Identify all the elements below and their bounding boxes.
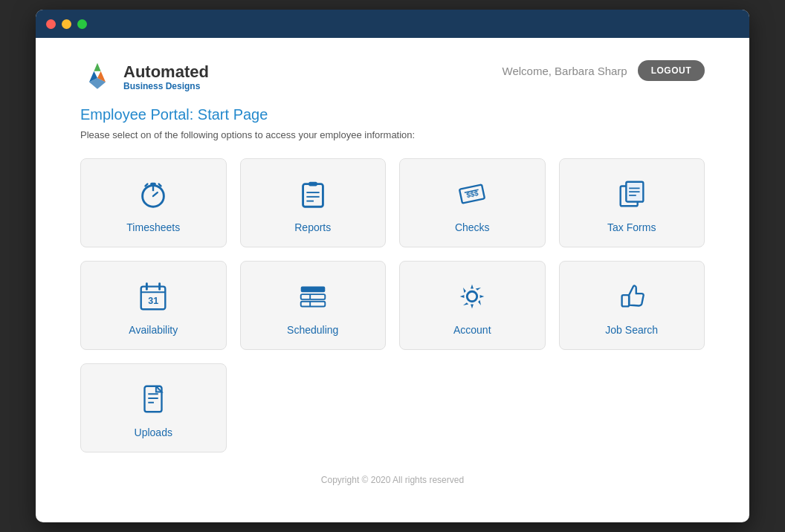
- account-icon: [455, 279, 489, 317]
- empty-cell-1: [240, 363, 387, 452]
- tile-tax-forms[interactable]: Tax Forms: [559, 158, 705, 247]
- app-window: Automated Business Designs Employee Port…: [36, 10, 749, 522]
- svg-marker-0: [94, 63, 100, 71]
- welcome-area: Welcome, Barbara Sharp LOGOUT: [503, 60, 705, 81]
- svg-text:31: 31: [149, 296, 159, 306]
- job-search-icon: [615, 279, 649, 317]
- svg-text:$$$: $$$: [466, 189, 480, 199]
- tile-uploads[interactable]: Uploads: [80, 363, 227, 452]
- titlebar: [36, 10, 749, 38]
- page-title-main: Start Page: [193, 106, 268, 123]
- tile-timesheets-label: Timesheets: [126, 221, 180, 233]
- svg-rect-34: [621, 295, 629, 306]
- minimize-dot[interactable]: [62, 19, 71, 29]
- svg-line-8: [146, 184, 148, 186]
- tile-scheduling[interactable]: Scheduling: [240, 261, 387, 350]
- logo-area: Automated Business Designs: [80, 60, 268, 94]
- availability-icon: 31: [136, 279, 170, 317]
- tiles-row-1: Timesheets Reports: [80, 158, 705, 247]
- main-content: Automated Business Designs Employee Port…: [36, 38, 749, 522]
- scheduling-icon: [296, 279, 330, 317]
- tax-forms-icon: [615, 177, 649, 214]
- subtitle-text: Please select on of the following option…: [80, 129, 705, 140]
- tile-checks[interactable]: $$$ Checks: [399, 158, 546, 247]
- tile-scheduling-label: Scheduling: [287, 324, 338, 336]
- maximize-dot[interactable]: [77, 19, 87, 29]
- svg-line-9: [159, 184, 161, 186]
- tile-availability-label: Availability: [129, 324, 178, 336]
- logo-sub: Business Designs: [123, 81, 209, 91]
- svg-line-6: [153, 192, 158, 196]
- tile-availability[interactable]: 31 Availability: [80, 261, 227, 350]
- header: Automated Business Designs Employee Port…: [80, 60, 705, 123]
- logo-name: Automated: [123, 63, 209, 81]
- tile-job-search-label: Job Search: [605, 324, 658, 336]
- tile-account[interactable]: Account: [399, 261, 546, 350]
- svg-rect-31: [300, 302, 325, 307]
- page-title: Employee Portal: Start Page: [80, 106, 268, 123]
- empty-cell-2: [399, 363, 546, 452]
- logout-button[interactable]: LOGOUT: [638, 60, 705, 81]
- timesheets-icon: [136, 177, 170, 214]
- page-title-prefix: Employee Portal:: [80, 106, 193, 123]
- logo-icon: [80, 60, 114, 94]
- welcome-text: Welcome, Barbara Sharp: [503, 65, 627, 77]
- tile-checks-label: Checks: [455, 221, 490, 233]
- tile-tax-forms-label: Tax Forms: [607, 221, 656, 233]
- close-dot[interactable]: [46, 19, 56, 29]
- tiles-row-3: Uploads: [80, 363, 705, 452]
- empty-cell-3: [559, 363, 705, 452]
- tile-reports-label: Reports: [294, 221, 331, 233]
- tiles-row-2: 31 Availability Scheduli: [80, 261, 705, 350]
- copyright-text: Copyright © 2020 All rights reserved: [321, 475, 464, 485]
- tile-timesheets[interactable]: Timesheets: [80, 158, 227, 247]
- svg-rect-28: [300, 287, 325, 293]
- svg-rect-10: [303, 184, 323, 207]
- svg-rect-7: [150, 183, 156, 186]
- tile-job-search[interactable]: Job Search: [559, 261, 705, 350]
- logo-text: Automated Business Designs: [123, 63, 209, 91]
- footer: Copyright © 2020 All rights reserved: [80, 475, 705, 493]
- tile-account-label: Account: [453, 324, 491, 336]
- uploads-icon: [136, 382, 170, 419]
- reports-icon: [296, 177, 330, 214]
- tile-uploads-label: Uploads: [135, 426, 172, 438]
- checks-icon: $$$: [455, 177, 489, 214]
- tile-reports[interactable]: Reports: [240, 158, 387, 247]
- svg-rect-11: [308, 182, 317, 186]
- svg-point-33: [468, 291, 477, 301]
- svg-rect-29: [300, 294, 325, 299]
